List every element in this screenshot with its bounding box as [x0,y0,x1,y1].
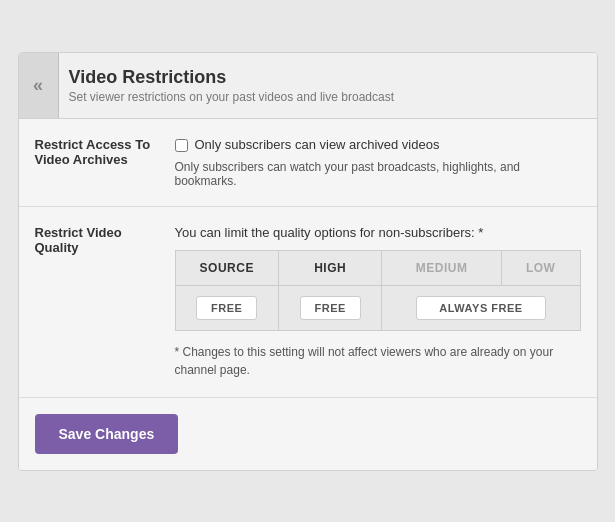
archive-content: Only subscribers can view archived video… [175,137,581,188]
high-free-button[interactable]: FREE [300,296,361,320]
col-source: SOURCE [175,250,278,285]
page-title: Video Restrictions [69,67,581,88]
col-high: HIGH [278,250,381,285]
archive-checkbox-row: Only subscribers can view archived video… [175,137,581,152]
archive-checkbox-label[interactable]: Only subscribers can view archived video… [195,137,440,152]
quality-intro: You can limit the quality options for no… [175,225,581,240]
col-medium: MEDIUM [382,250,502,285]
quality-footnote: * Changes to this setting will not affec… [175,343,581,379]
quality-cell-high: FREE [278,285,381,330]
always-free-button[interactable]: ALWAYS FREE [416,296,545,320]
back-button[interactable]: « [19,53,59,118]
archive-checkbox[interactable] [175,139,188,152]
page-subtitle: Set viewer restrictions on your past vid… [69,90,581,104]
quality-table: SOURCE HIGH MEDIUM LOW FREE FREE [175,250,581,331]
archive-section: Restrict Access To Video Archives Only s… [19,119,597,207]
source-free-button[interactable]: FREE [196,296,257,320]
back-icon: « [33,75,43,96]
quality-section: Restrict Video Quality You can limit the… [19,207,597,398]
panel: « Video Restrictions Set viewer restrict… [18,52,598,471]
save-button[interactable]: Save Changes [35,414,179,454]
quality-content: You can limit the quality options for no… [175,225,581,379]
quality-cell-medium-low: ALWAYS FREE [382,285,580,330]
panel-header: « Video Restrictions Set viewer restrict… [19,53,597,119]
footer: Save Changes [19,398,597,470]
quality-cell-source: FREE [175,285,278,330]
archive-note: Only subscribers can watch your past bro… [175,160,581,188]
archive-label: Restrict Access To Video Archives [35,137,175,188]
quality-label: Restrict Video Quality [35,225,175,379]
col-low: LOW [501,250,580,285]
